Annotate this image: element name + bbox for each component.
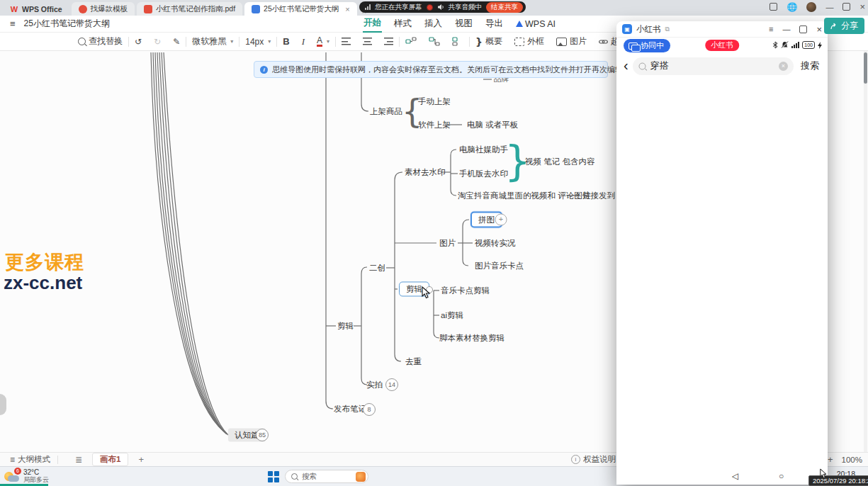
tab-close-icon[interactable]: × <box>345 5 349 13</box>
cloud-sync-banner: i 思维导图使用时需保持联网，内容会实时保存至云文档。关闭后可在云文档中找到文件… <box>254 61 608 78</box>
bold-button[interactable]: B <box>283 36 289 47</box>
canvas-tab[interactable]: 画布1 <box>92 453 128 466</box>
stop-sharing-button[interactable]: 结束共享 <box>486 2 523 13</box>
mindmap-node[interactable]: ai剪辑 <box>441 310 463 321</box>
font-family-select[interactable]: 微软雅黑▾ <box>192 35 233 47</box>
close-button[interactable]: × <box>859 1 865 12</box>
menu-item-样式[interactable]: 样式 <box>393 16 412 32</box>
menu-item-导出[interactable]: 导出 <box>485 16 504 32</box>
globe-icon[interactable]: 🌐 <box>787 2 797 12</box>
phone-window-titlebar[interactable]: ▣ 小红书 ⧉ ≡ — × <box>616 21 828 38</box>
format-painter-button[interactable]: ✎ <box>173 37 180 47</box>
window-tab[interactable]: 25小红书笔记带货大纲× <box>244 2 357 16</box>
search-highlight-image[interactable] <box>356 472 366 482</box>
mindmap-node[interactable]: 手机版去水印 <box>459 169 508 179</box>
screen-share-banner: 您正在共享屏幕 共享音频中 结束共享 <box>359 1 526 13</box>
add-child-button[interactable]: + <box>495 214 507 226</box>
window-tab[interactable]: 找爆款模板 <box>72 2 135 16</box>
menu-item-插入[interactable]: 插入 <box>424 16 443 32</box>
mindmap-node[interactable]: 电脑 或者平板 <box>467 120 518 130</box>
redo-button[interactable]: ↻ <box>154 37 161 47</box>
menu-items: 开始样式插入视图导出WPS AI <box>363 15 568 33</box>
node-count-badge[interactable]: 85 <box>256 429 269 441</box>
mindmap-node[interactable]: 素材去水印 <box>405 167 446 178</box>
mindmap-node[interactable]: 图片 <box>439 238 456 249</box>
font-size-select[interactable]: 14px▾ <box>245 37 271 47</box>
mindmap-node[interactable]: 发布笔记 <box>334 404 366 414</box>
menu-item-开始[interactable]: 开始 <box>363 15 382 33</box>
image-button[interactable]: 图片 <box>556 35 587 47</box>
mindmap-node[interactable]: 图片音乐卡点 <box>475 261 524 271</box>
phone-restore-button[interactable] <box>799 26 807 33</box>
canvas-side-handle[interactable] <box>0 394 6 415</box>
insert-subtopic-button[interactable] <box>429 37 440 46</box>
vertical-scrollbar[interactable] <box>864 51 867 452</box>
mindmap-node[interactable]: 软件上架 <box>418 120 451 130</box>
align-left-icon <box>342 38 351 45</box>
add-canvas-button[interactable]: + <box>138 454 144 465</box>
phone-menu-icon[interactable]: ≡ <box>769 25 773 33</box>
outline-mode-button[interactable]: ≡大纲模式 <box>10 454 50 465</box>
node-count-badge[interactable]: 14 <box>385 378 398 391</box>
find-replace-button[interactable]: 查找替换 <box>78 35 123 47</box>
back-chevron-icon[interactable]: ‹ <box>624 58 629 72</box>
restore-button[interactable] <box>842 3 850 11</box>
account-avatar[interactable] <box>806 2 816 12</box>
clear-icon[interactable]: × <box>779 62 788 71</box>
nav-home-icon[interactable]: ○ <box>779 471 784 481</box>
italic-button[interactable]: I <box>302 36 305 47</box>
phone-mirror-window: ▣ 小红书 ⧉ ≡ — × 协同中 小红书 100 <box>616 21 828 485</box>
rights-info[interactable]: i权益说明 <box>571 454 616 465</box>
search-submit-button[interactable]: 搜索 <box>801 60 819 72</box>
frame-button[interactable]: 外框 <box>514 35 544 47</box>
window-tab[interactable]: WWPS Office <box>3 2 69 16</box>
scrollbar-thumb[interactable] <box>864 52 867 84</box>
record-dot-icon[interactable] <box>427 4 433 11</box>
nav-back-icon[interactable]: ◁ <box>732 471 738 481</box>
weather-icon: 6 <box>4 469 20 483</box>
insert-topic-button[interactable] <box>405 37 417 46</box>
mindmap-node[interactable]: 脚本素材替换剪辑 <box>439 333 505 344</box>
overview-button[interactable]: }概要 <box>475 35 502 47</box>
taskbar-search[interactable]: 搜索 <box>285 470 368 483</box>
mindmap-node[interactable]: 上架商品 <box>370 106 402 117</box>
window-tab[interactable]: 小红书笔记创作指南.pdf <box>137 2 242 16</box>
signal-icon <box>365 4 371 10</box>
mindmap-node[interactable]: 去重 <box>405 356 422 367</box>
start-button[interactable] <box>268 471 279 482</box>
mindmap-node[interactable]: 音乐卡点剪辑 <box>441 286 490 296</box>
undo-button[interactable]: ↺ <box>135 37 142 47</box>
menu-item-WPS AI[interactable]: WPS AI <box>515 17 556 31</box>
search-input[interactable]: 穿搭 × <box>633 57 794 75</box>
font-color-button[interactable]: A▾ <box>317 37 329 47</box>
phone-minimize-button[interactable]: — <box>782 25 790 33</box>
mindmap-node[interactable]: 链接发到 <box>582 191 615 201</box>
mindmap-node[interactable]: 淘宝抖音商城里面的视频和 评论图片 <box>458 191 590 201</box>
mindmap-node[interactable]: 电脑社媒助手 <box>459 145 508 155</box>
minimize-button[interactable]: — <box>825 3 833 11</box>
phone-result-tabs <box>616 81 828 101</box>
mindmap-node[interactable]: 剪辑 <box>337 321 354 332</box>
hamburger-menu-icon[interactable]: ≡ <box>10 18 16 29</box>
align-center-button[interactable] <box>363 38 372 45</box>
charging-bolt-icon <box>818 42 822 49</box>
zoom-in-button[interactable]: + <box>828 454 833 465</box>
mindmap-node[interactable]: 视频转实况 <box>475 238 516 249</box>
share-button[interactable]: 分享 <box>824 18 864 34</box>
mindmap-node[interactable]: 视频 笔记 包含内容 <box>525 157 594 167</box>
collaboration-pill[interactable]: 协同中 <box>624 39 670 52</box>
menu-item-视图[interactable]: 视图 <box>454 16 473 32</box>
phone-close-button[interactable]: × <box>816 24 822 35</box>
taskbar-weather[interactable]: 6 32°C 局部多云 <box>4 468 49 483</box>
align-right-button[interactable] <box>384 38 393 45</box>
mindmap-node[interactable]: 二创 <box>369 263 385 273</box>
node-count-badge[interactable]: 8 <box>363 403 376 416</box>
tab-label: 25小红书笔记带货大纲 <box>264 4 339 14</box>
workspace-icon[interactable] <box>770 3 777 11</box>
insert-sibling-button[interactable] <box>452 37 463 46</box>
align-left-button[interactable] <box>342 38 351 45</box>
canvas-layers-icon[interactable]: ≣ <box>75 455 82 465</box>
mindmap-node[interactable]: 手动上架 <box>418 96 451 107</box>
mindmap-node[interactable]: 实拍 <box>366 380 383 390</box>
pop-out-icon[interactable]: ⧉ <box>665 26 670 33</box>
